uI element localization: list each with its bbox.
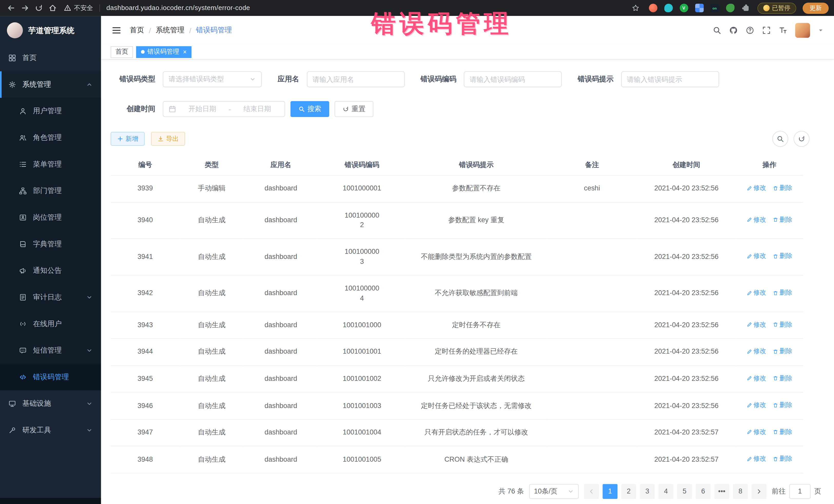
sidebar-item-online-users[interactable]: 在线用户 bbox=[0, 310, 101, 337]
breadcrumb-section[interactable]: 系统管理 bbox=[156, 25, 184, 35]
url-bar[interactable]: dashboard.yudao.iocoder.cn/system/error-… bbox=[107, 4, 250, 12]
breadcrumb-home[interactable]: 首页 bbox=[130, 25, 144, 35]
tab-home[interactable]: 首页 bbox=[111, 46, 133, 58]
delete-link[interactable]: 删除 bbox=[773, 455, 792, 464]
hamburger-icon[interactable] bbox=[112, 25, 121, 35]
sidebar-item-posts[interactable]: 岗位管理 bbox=[0, 204, 101, 231]
trash-icon bbox=[773, 349, 778, 354]
delete-link[interactable]: 删除 bbox=[773, 347, 792, 356]
edit-link[interactable]: 修改 bbox=[746, 455, 766, 464]
sidebar-item-menus[interactable]: 菜单管理 bbox=[0, 151, 101, 178]
browser-update-button[interactable]: 更新 bbox=[803, 2, 829, 14]
goto-page-input[interactable] bbox=[789, 484, 811, 499]
caret-down-icon[interactable] bbox=[818, 28, 824, 33]
col-msg: 错误码提示 bbox=[406, 155, 547, 175]
export-button[interactable]: 导出 bbox=[151, 132, 185, 146]
edit-link[interactable]: 修改 bbox=[746, 252, 766, 261]
edit-link[interactable]: 修改 bbox=[746, 288, 766, 298]
cell-actions: 修改删除 bbox=[736, 275, 803, 311]
delete-link[interactable]: 删除 bbox=[773, 374, 792, 383]
extension-icon[interactable] bbox=[726, 4, 734, 12]
sidebar-item-infrastructure[interactable]: 基础设施 bbox=[0, 390, 101, 417]
cell-id: 3940 bbox=[111, 202, 180, 239]
page-button[interactable]: 5 bbox=[677, 484, 692, 499]
extension-icon[interactable]: on bbox=[710, 4, 719, 12]
pencil-icon bbox=[746, 217, 752, 222]
delete-link[interactable]: 删除 bbox=[773, 428, 792, 437]
edit-link[interactable]: 修改 bbox=[746, 428, 766, 437]
error-msg-input[interactable] bbox=[621, 71, 719, 87]
profile-paused-badge[interactable]: 已暂停 bbox=[757, 2, 796, 14]
edit-link[interactable]: 修改 bbox=[746, 183, 766, 193]
search-icon[interactable] bbox=[712, 26, 721, 35]
date-range-picker[interactable]: 开始日期 - 结束日期 bbox=[163, 101, 285, 117]
extension-icon[interactable]: V bbox=[680, 4, 688, 12]
table-row: 3948 自动生成 dashboard 1001001005 CRON 表达式不… bbox=[111, 446, 803, 473]
delete-link[interactable]: 删除 bbox=[773, 400, 792, 410]
github-icon[interactable] bbox=[729, 26, 738, 35]
edit-link[interactable]: 修改 bbox=[746, 374, 766, 383]
edit-link[interactable]: 修改 bbox=[746, 215, 766, 224]
page-button[interactable]: 6 bbox=[696, 484, 710, 499]
home-icon[interactable] bbox=[47, 2, 59, 14]
bookmark-star-icon[interactable] bbox=[630, 2, 641, 14]
app-logo[interactable]: 芋道管理系统 bbox=[0, 16, 101, 45]
delete-link[interactable]: 删除 bbox=[773, 183, 792, 193]
error-code-input[interactable] bbox=[464, 71, 562, 87]
more-pages-button[interactable]: ••• bbox=[715, 484, 729, 499]
edit-link[interactable]: 修改 bbox=[746, 347, 766, 356]
toggle-search-button[interactable] bbox=[772, 131, 788, 147]
edit-link[interactable]: 修改 bbox=[746, 400, 766, 410]
reset-button[interactable]: 重置 bbox=[335, 101, 373, 117]
sidebar-item-sms[interactable]: 短信管理 bbox=[0, 337, 101, 364]
security-indicator[interactable]: 不安全 bbox=[64, 3, 93, 12]
delete-link[interactable]: 删除 bbox=[773, 252, 792, 261]
add-button[interactable]: 新增 bbox=[111, 132, 145, 146]
table-row: 3941 自动生成 dashboard 100100000 3 不能删除类型为系… bbox=[111, 239, 803, 275]
cell-actions: 修改删除 bbox=[736, 446, 803, 473]
delete-link[interactable]: 删除 bbox=[773, 215, 792, 224]
app-name-input[interactable] bbox=[307, 71, 404, 87]
font-size-icon[interactable] bbox=[778, 26, 787, 35]
cell-type: 自动生成 bbox=[180, 392, 244, 419]
extension-icon[interactable] bbox=[649, 4, 657, 12]
user-avatar[interactable] bbox=[795, 23, 810, 38]
cell-app: dashboard bbox=[243, 175, 318, 202]
error-type-select[interactable]: 请选择错误码类型 bbox=[163, 71, 262, 87]
close-icon[interactable]: × bbox=[183, 49, 187, 55]
refresh-table-button[interactable] bbox=[793, 131, 809, 147]
sidebar-item-notices[interactable]: 通知公告 bbox=[0, 257, 101, 284]
sidebar-item-audit-logs[interactable]: 审计日志 bbox=[0, 284, 101, 311]
page-button[interactable]: 3 bbox=[640, 484, 655, 499]
extensions-puzzle-icon[interactable] bbox=[741, 4, 750, 12]
delete-link[interactable]: 删除 bbox=[773, 320, 792, 329]
tab-error-codes[interactable]: 错误码管理 × bbox=[136, 46, 192, 58]
back-icon[interactable] bbox=[5, 2, 17, 14]
delete-link[interactable]: 删除 bbox=[773, 288, 792, 298]
sidebar-item-system[interactable]: 系统管理 bbox=[0, 71, 101, 98]
online-signal-icon bbox=[19, 320, 27, 328]
sidebar-item-dev-tools[interactable]: 研发工具 bbox=[0, 417, 101, 444]
fullscreen-icon[interactable] bbox=[762, 26, 771, 35]
system-submenu: 用户管理 角色管理 菜单管理 部门管理 bbox=[0, 98, 101, 390]
sidebar-item-departments[interactable]: 部门管理 bbox=[0, 178, 101, 204]
sidebar-item-home[interactable]: 首页 bbox=[0, 45, 101, 71]
sidebar-item-roles[interactable]: 角色管理 bbox=[0, 125, 101, 151]
search-button[interactable]: 搜索 bbox=[290, 101, 329, 117]
page-button[interactable]: 2 bbox=[621, 484, 636, 499]
edit-link[interactable]: 修改 bbox=[746, 320, 766, 329]
forward-icon[interactable] bbox=[19, 2, 31, 14]
page-button[interactable]: 1 bbox=[602, 484, 617, 499]
sidebar-item-users[interactable]: 用户管理 bbox=[0, 98, 101, 125]
next-page-button[interactable] bbox=[752, 484, 767, 499]
page-button[interactable]: 4 bbox=[658, 484, 673, 499]
reload-icon[interactable] bbox=[33, 2, 45, 14]
extension-icon[interactable] bbox=[695, 4, 703, 12]
sidebar-item-error-codes[interactable]: 错误码管理 bbox=[0, 364, 101, 391]
prev-page-button[interactable] bbox=[584, 484, 599, 499]
page-button[interactable]: 8 bbox=[733, 484, 748, 499]
extension-icon[interactable] bbox=[664, 4, 673, 12]
page-size-select[interactable]: 10条/页 bbox=[529, 484, 579, 499]
sidebar-item-dictionary[interactable]: 字典管理 bbox=[0, 231, 101, 258]
help-icon[interactable] bbox=[746, 26, 754, 35]
